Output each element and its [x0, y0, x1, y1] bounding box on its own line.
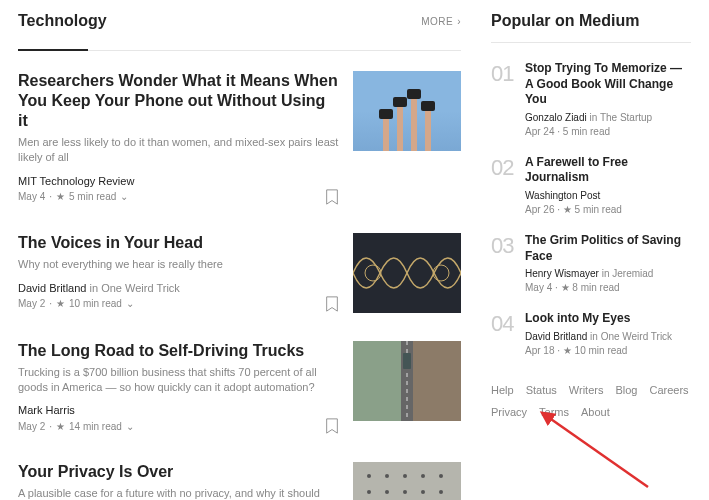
article-thumbnail[interactable] — [353, 462, 461, 500]
svg-rect-6 — [407, 89, 421, 99]
svg-rect-1 — [397, 107, 403, 151]
svg-point-20 — [403, 490, 407, 494]
svg-point-21 — [421, 490, 425, 494]
popular-item: 02 A Farewell to Free Journalism Washing… — [491, 155, 691, 215]
article: The Voices in Your Head Why not everythi… — [18, 233, 461, 313]
star-icon: ★ — [561, 282, 570, 293]
article-thumbnail[interactable] — [353, 341, 461, 421]
bookmark-icon[interactable] — [325, 296, 339, 312]
footer-link-terms[interactable]: Terms — [539, 406, 569, 418]
popular-meta: Apr 24 · 5 min read — [525, 126, 691, 137]
svg-rect-4 — [379, 109, 393, 119]
article-title[interactable]: Your Privacy Is Over — [18, 462, 339, 482]
rank-number: 02 — [491, 155, 515, 215]
popular-title[interactable]: The Grim Politics of Saving Face — [525, 233, 691, 264]
svg-point-18 — [367, 490, 371, 494]
star-icon: ★ — [563, 204, 572, 215]
star-icon: ★ — [56, 298, 65, 309]
divider — [18, 50, 461, 51]
star-icon: ★ — [56, 421, 65, 432]
section-title: Technology — [18, 12, 107, 30]
popular-title[interactable]: Look into My Eyes — [525, 311, 691, 327]
popular-item: 01 Stop Trying To Memorize — A Good Book… — [491, 61, 691, 137]
svg-rect-7 — [421, 101, 435, 111]
svg-point-22 — [439, 490, 443, 494]
rank-number: 01 — [491, 61, 515, 137]
article-title[interactable]: Researchers Wonder What it Means When Yo… — [18, 71, 339, 131]
article-subtitle: Why not everything we hear is really the… — [18, 257, 339, 272]
star-icon: ★ — [56, 191, 65, 202]
article-subtitle: A plausible case for a future with no pr… — [18, 486, 339, 500]
svg-point-13 — [367, 474, 371, 478]
footer-link-careers[interactable]: Careers — [649, 384, 688, 396]
footer-link-help[interactable]: Help — [491, 384, 514, 396]
svg-point-16 — [421, 474, 425, 478]
bookmark-icon[interactable] — [325, 189, 339, 205]
article-meta: May 4 · ★ 5 min read ⌄ — [18, 191, 128, 202]
popular-title[interactable]: A Farewell to Free Journalism — [525, 155, 691, 186]
svg-point-15 — [403, 474, 407, 478]
svg-point-9 — [433, 265, 449, 281]
svg-rect-2 — [411, 99, 417, 151]
chevron-right-icon: › — [457, 16, 461, 27]
footer-link-status[interactable]: Status — [526, 384, 557, 396]
article-title[interactable]: The Long Road to Self-Driving Trucks — [18, 341, 339, 361]
popular-author[interactable]: Gonzalo Ziadi in The Startup — [525, 112, 691, 123]
sidebar-title: Popular on Medium — [491, 12, 639, 30]
popular-author[interactable]: David Britland in One Weird Trick — [525, 331, 691, 342]
popular-item: 03 The Grim Politics of Saving Face Henr… — [491, 233, 691, 293]
rank-number: 04 — [491, 311, 515, 356]
svg-rect-3 — [425, 111, 431, 151]
svg-rect-12 — [403, 353, 411, 369]
article-thumbnail[interactable] — [353, 233, 461, 313]
chevron-down-icon[interactable]: ⌄ — [126, 421, 134, 432]
footer-link-about[interactable]: About — [581, 406, 610, 418]
footer-links: Help Status Writers Blog Careers Privacy… — [491, 384, 691, 418]
article-author[interactable]: David Britland in One Weird Trick — [18, 282, 339, 294]
more-link[interactable]: MORE › — [421, 16, 461, 27]
chevron-down-icon[interactable]: ⌄ — [120, 191, 128, 202]
svg-point-17 — [439, 474, 443, 478]
svg-rect-5 — [393, 97, 407, 107]
rank-number: 03 — [491, 233, 515, 293]
article-thumbnail[interactable] — [353, 71, 461, 151]
article-subtitle: Men are less likely to do it than women,… — [18, 135, 339, 165]
article-meta: May 2 · ★ 10 min read ⌄ — [18, 298, 134, 309]
more-label: MORE — [421, 16, 453, 27]
divider — [491, 42, 691, 43]
popular-author[interactable]: Washington Post — [525, 190, 691, 201]
article-meta: May 2 · ★ 14 min read ⌄ — [18, 421, 134, 432]
popular-author[interactable]: Henry Wismayer in Jeremiad — [525, 268, 691, 279]
svg-rect-0 — [383, 119, 389, 151]
popular-meta: Apr 18 · ★ 10 min read — [525, 345, 691, 356]
bookmark-icon[interactable] — [325, 418, 339, 434]
article: Researchers Wonder What it Means When Yo… — [18, 71, 461, 205]
star-icon: ★ — [563, 345, 572, 356]
popular-title[interactable]: Stop Trying To Memorize — A Good Book Wi… — [525, 61, 691, 108]
article: Your Privacy Is Over A plausible case fo… — [18, 462, 461, 500]
footer-link-blog[interactable]: Blog — [615, 384, 637, 396]
svg-point-14 — [385, 474, 389, 478]
popular-meta: Apr 26 · ★ 5 min read — [525, 204, 691, 215]
chevron-down-icon[interactable]: ⌄ — [126, 298, 134, 309]
article-title[interactable]: The Voices in Your Head — [18, 233, 339, 253]
footer-link-privacy[interactable]: Privacy — [491, 406, 527, 418]
popular-item: 04 Look into My Eyes David Britland in O… — [491, 311, 691, 356]
article-author[interactable]: MIT Technology Review — [18, 175, 339, 187]
popular-meta: May 4 · ★ 8 min read — [525, 282, 691, 293]
svg-point-19 — [385, 490, 389, 494]
svg-point-8 — [365, 265, 381, 281]
article-author[interactable]: Mark Harris — [18, 404, 339, 416]
footer-link-writers[interactable]: Writers — [569, 384, 604, 396]
article: The Long Road to Self-Driving Trucks Tru… — [18, 341, 461, 435]
article-subtitle: Trucking is a $700 billion business that… — [18, 365, 339, 395]
